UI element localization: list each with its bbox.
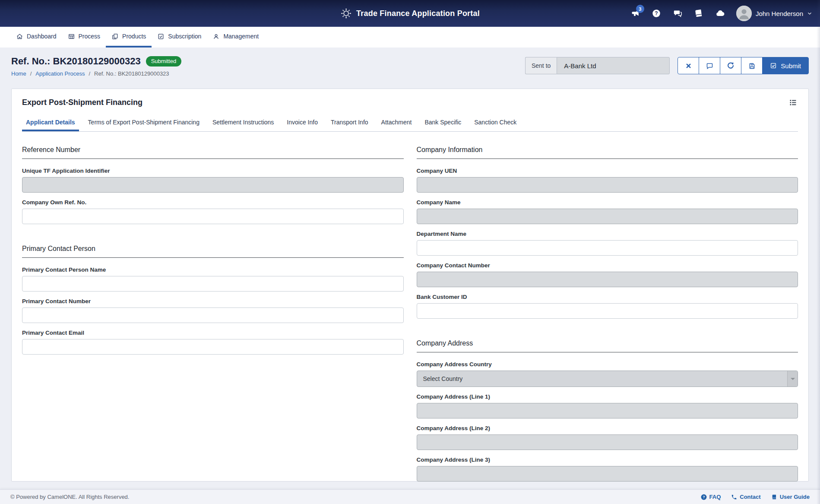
nav-item-dashboard[interactable]: Dashboard [10, 27, 62, 48]
tab-transport-info[interactable]: Transport Info [327, 119, 372, 131]
tab-bar: Applicant Details Terms of Export Post-S… [22, 119, 798, 132]
field-label: Unique TF Application Identifier [22, 168, 404, 174]
contact-link[interactable]: Contact [731, 494, 760, 500]
question-circle-icon: ? [701, 494, 707, 500]
field-label: Primary Contact Person Name [22, 266, 404, 273]
action-button-group: Submit [678, 57, 809, 74]
breadcrumb-home[interactable]: Home [11, 70, 26, 77]
svg-text:?: ? [703, 495, 705, 499]
chevron-down-icon [787, 371, 798, 387]
save-icon [748, 62, 756, 70]
list-icon[interactable] [788, 98, 798, 107]
link-label: Contact [740, 494, 760, 500]
user-icon [212, 33, 220, 40]
sent-to-value-field: A-Bank Ltd [557, 57, 670, 74]
save-button[interactable] [741, 57, 763, 74]
user-menu[interactable]: John Henderson [736, 6, 812, 21]
select-value: Select Country [423, 375, 463, 382]
tab-attachment[interactable]: Attachment [377, 119, 416, 131]
field-label: Primary Contact Email [22, 330, 404, 336]
tab-bank-specific[interactable]: Bank Specific [421, 119, 465, 131]
section-title: Company Address [417, 339, 798, 352]
field-label: Company Address (Line 3) [417, 456, 798, 463]
status-badge: Submitted [146, 56, 182, 67]
section-title: Primary Contact Person [22, 245, 404, 258]
announcements-icon[interactable]: 3 [630, 9, 640, 18]
section-primary-contact-person: Primary Contact Person Primary Contact P… [22, 245, 404, 355]
primary-contact-email-input[interactable] [22, 339, 404, 355]
copy-icon [111, 33, 119, 40]
section-company-information: Company Information Company UEN Company … [417, 146, 798, 319]
scrollbar[interactable] [817, 0, 820, 504]
user-guide-link[interactable]: User Guide [771, 494, 810, 500]
nav-label: Process [79, 33, 101, 40]
breadcrumb-separator: / [89, 70, 90, 77]
comment-button[interactable] [699, 57, 720, 74]
section-company-address: Company Address Company Address Country … [417, 339, 798, 482]
app-logo-icon [340, 8, 351, 19]
breadcrumb-current: Ref. No.: BK20180129000323 [94, 70, 169, 77]
company-address-line2-input [417, 434, 798, 450]
phone-icon [731, 494, 737, 500]
check-square-icon [770, 62, 777, 69]
main-nav: Dashboard Process Products Subscription [0, 27, 820, 48]
company-address-line1-input [417, 403, 798, 418]
nav-item-management[interactable]: Management [207, 27, 264, 48]
tab-applicant-details[interactable]: Applicant Details [22, 119, 79, 131]
field-label: Department Name [417, 231, 798, 237]
submit-button[interactable]: Submit [762, 57, 809, 74]
copyright-text: © Powered by CamelONE. All Rights Reserv… [10, 494, 129, 500]
field-label: Company UEN [417, 168, 798, 174]
nav-item-products[interactable]: Products [106, 27, 152, 48]
company-own-ref-no-input[interactable] [22, 209, 404, 224]
submit-label: Submit [781, 62, 801, 70]
guide-icon[interactable] [694, 9, 703, 18]
chevron-down-icon [807, 11, 812, 16]
close-button[interactable] [678, 57, 699, 74]
company-address-country-select: Select Country [417, 371, 798, 387]
tab-terms-of-export-post-shipment-financing[interactable]: Terms of Export Post-Shipment Financing [84, 119, 203, 131]
bank-customer-id-input[interactable] [417, 303, 798, 319]
tab-invoice-info[interactable]: Invoice Info [283, 119, 322, 131]
tab-sanction-check[interactable]: Sanction Check [470, 119, 520, 131]
primary-contact-number-input[interactable] [22, 307, 404, 323]
sent-to-group: Sent to A-Bank Ltd [525, 57, 670, 74]
faq-link[interactable]: ? FAQ [701, 494, 721, 500]
company-contact-number-input [417, 272, 798, 287]
cloud-icon[interactable] [715, 9, 725, 18]
applicant-details-form: Reference Number Unique TF Application I… [22, 146, 798, 488]
link-label: FAQ [709, 494, 721, 500]
nav-item-subscription[interactable]: Subscription [152, 27, 207, 48]
section-reference-number: Reference Number Unique TF Application I… [22, 146, 404, 224]
brand[interactable]: Trade Finance Application Portal [340, 0, 480, 27]
field-label: Bank Customer ID [417, 294, 798, 300]
primary-contact-person-name-input[interactable] [22, 276, 404, 292]
sent-to-label: Sent to [525, 57, 557, 74]
nav-label: Subscription [168, 33, 201, 40]
top-navbar: Trade Finance Application Portal 3 ? [0, 0, 820, 27]
avatar [736, 6, 752, 21]
nav-label: Products [122, 33, 146, 40]
table-icon [68, 33, 75, 40]
field-label: Company Address (Line 2) [417, 425, 798, 431]
section-title: Reference Number [22, 146, 404, 159]
breadcrumb: Home / Application Process / Ref. No.: B… [11, 70, 181, 77]
nav-item-process[interactable]: Process [62, 27, 106, 48]
navbar-right-cluster: 3 ? [630, 0, 812, 27]
field-label: Company Address (Line 1) [417, 393, 798, 400]
nav-label: Management [223, 33, 259, 40]
refresh-button[interactable] [720, 57, 741, 74]
messages-icon[interactable] [673, 9, 682, 18]
user-name: John Henderson [756, 10, 803, 17]
department-name-input[interactable] [417, 240, 798, 256]
svg-text:?: ? [655, 10, 658, 16]
breadcrumb-application-process[interactable]: Application Process [35, 70, 85, 77]
field-label: Company Name [417, 199, 798, 206]
field-label: Company Contact Number [417, 262, 798, 269]
refresh-icon [727, 62, 735, 70]
tab-settlement-instructions[interactable]: Settlement Instructions [209, 119, 278, 131]
field-label: Company Address Country [417, 361, 798, 368]
link-label: User Guide [780, 494, 810, 500]
company-uen-input [417, 177, 798, 193]
help-icon[interactable]: ? [652, 9, 661, 18]
